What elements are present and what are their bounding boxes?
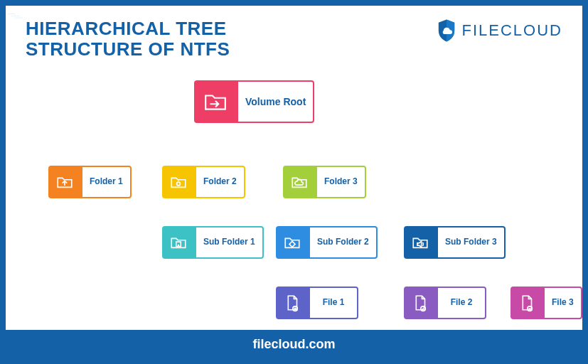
node-label: Sub Folder 2	[309, 226, 378, 259]
node-label: Folder 2	[195, 166, 245, 198]
node-subfolder-3: Sub Folder 3	[404, 226, 506, 259]
folder-icon	[162, 226, 195, 259]
folder-icon	[162, 166, 195, 198]
node-label: File 2	[437, 287, 486, 319]
folder-icon	[48, 166, 81, 198]
file-icon	[511, 287, 543, 319]
folder-cloud-icon	[283, 166, 316, 198]
node-folder-1: Folder 1	[48, 166, 132, 198]
node-label: File 1	[309, 287, 358, 319]
node-label: Folder 1	[81, 166, 132, 198]
folder-root-icon	[194, 80, 237, 123]
node-label: Sub Folder 3	[437, 226, 506, 259]
node-subfolder-2: Sub Folder 2	[276, 226, 378, 259]
node-folder-2: Folder 2	[162, 166, 245, 198]
node-folder-3: Folder 3	[283, 166, 366, 198]
footer-bar: filecloud.com	[6, 330, 582, 358]
svg-point-17	[178, 245, 179, 246]
node-file-1: File 1	[276, 287, 358, 319]
node-file-3: File 3	[511, 287, 582, 319]
node-volume-root: Volume Root	[194, 80, 314, 123]
folder-icon	[276, 226, 309, 259]
tree-canvas: Volume Root Folder 1 Folder 2 Folder 3	[6, 6, 582, 358]
node-label: Folder 3	[316, 166, 366, 198]
node-label: File 3	[543, 287, 582, 319]
svg-point-15	[177, 182, 181, 186]
node-label: Sub Folder 1	[195, 226, 264, 259]
folder-sound-icon	[404, 226, 437, 259]
diagram-frame: HIERARCHICAL TREE STRUCTURE OF NTFS FILE…	[0, 0, 588, 364]
file-icon	[276, 287, 309, 319]
footer-text: filecloud.com	[252, 337, 335, 352]
node-subfolder-1: Sub Folder 1	[162, 226, 264, 259]
node-file-2: File 2	[404, 287, 486, 319]
node-label: Volume Root	[237, 80, 314, 123]
file-icon	[404, 287, 437, 319]
